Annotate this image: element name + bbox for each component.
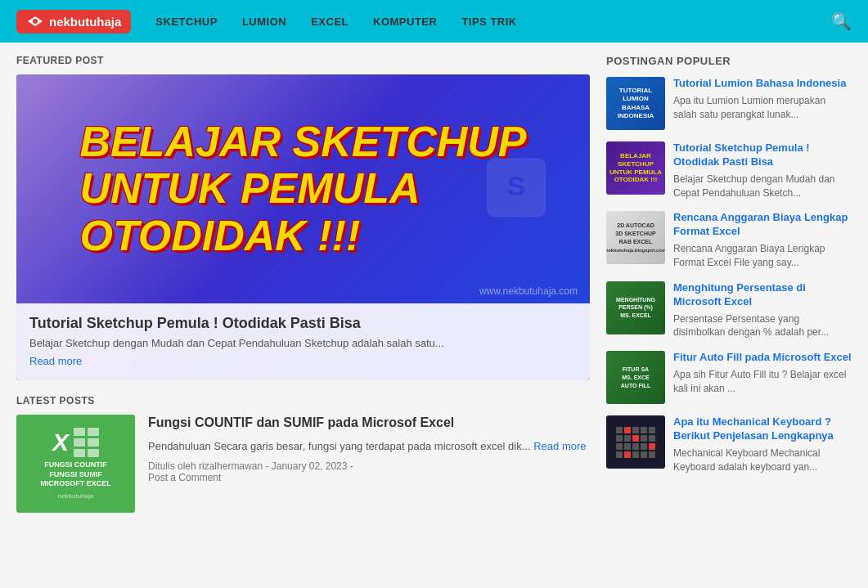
featured-bg-logo: S xyxy=(467,139,565,240)
post-meta: Ditulis oleh rizalhermawan - January 02,… xyxy=(148,460,587,483)
popular-title-rab[interactable]: Rencana Anggaran Biaya Lengkap Format Ex… xyxy=(673,211,852,239)
post-title[interactable]: Fungsi COUNTIF dan SUMIF pada Microsof E… xyxy=(148,415,587,432)
excel-x-icon: X xyxy=(52,429,69,456)
popular-thumb-lumion: TUTORIAL LUMIONBAHASA INDONESIA xyxy=(606,77,665,130)
popular-excerpt-autofill: Apa sih Fitur Auto Fill itu ? Belajar ex… xyxy=(673,368,852,396)
popular-excerpt-excel: Persentase Persentase yang disimbolkan d… xyxy=(673,312,852,340)
popular-info: Tutorial Lumion Bahasa Indonesia Apa itu… xyxy=(673,77,852,121)
featured-card[interactable]: BELAJAR SKETCHUP UNTUK PEMULA OTODIDAK !… xyxy=(16,74,590,380)
popular-title-lumion[interactable]: Tutorial Lumion Bahasa Indonesia xyxy=(673,77,852,91)
svg-point-0 xyxy=(33,19,38,24)
popular-item: TUTORIAL LUMIONBAHASA INDONESIA Tutorial… xyxy=(606,77,852,130)
post-thumbnail: X FUNGSI COUNTIFFUNGSI SUMIFMICROSOFT EX… xyxy=(16,415,135,513)
latest-post-card: X FUNGSI COUNTIFFUNGSI SUMIFMICROSOFT EX… xyxy=(16,415,590,513)
popular-item: MENGHITUNGPERSEN (%)MS. EXCEL Menghitung… xyxy=(606,281,852,339)
popular-item: Apa itu Mechanical Keyboard ? Berikut Pe… xyxy=(606,415,852,474)
nav-komputer[interactable]: KOMPUTER xyxy=(373,16,437,28)
popular-thumb-keyboard xyxy=(606,415,665,469)
svg-text:S: S xyxy=(507,171,525,201)
nav-excel[interactable]: EXCEL xyxy=(311,16,349,28)
popular-info: Fitur Auto Fill pada Microsoft Excel Apa… xyxy=(673,351,852,395)
popular-item: BELAJAR SKETCHUPUNTUK PEMULAOTODIDAK !!!… xyxy=(606,141,852,200)
popular-thumb-sketchup: BELAJAR SKETCHUPUNTUK PEMULAOTODIDAK !!! xyxy=(606,141,665,195)
popular-info: Menghitung Persentase di Microsoft Excel… xyxy=(673,281,852,339)
popular-item: FITUR SAMS. EXCEAUTO FILL Fitur Auto Fil… xyxy=(606,351,852,404)
featured-post-title[interactable]: Tutorial Sketchup Pemula ! Otodidak Past… xyxy=(29,315,577,332)
left-column: FEATURED POST BELAJAR SKETCHUP UNTUK PEM… xyxy=(16,55,590,526)
popular-item: 2D AUTOCAD3D SKETCHUPRAB EXCELnekbutuhaj… xyxy=(606,211,852,269)
featured-image-title: BELAJAR SKETCHUP UNTUK PEMULA OTODIDAK !… xyxy=(79,119,526,259)
right-sidebar: POSTINGAN POPULER TUTORIAL LUMIONBAHASA … xyxy=(606,55,852,526)
popular-excerpt-rab: Rencana Anggaran Biaya Lengkap Format Ex… xyxy=(673,242,852,270)
logo[interactable]: nekbutuhaja xyxy=(16,10,131,34)
header: nekbutuhaja SKETCHUP LUMION EXCEL KOMPUT… xyxy=(0,0,868,43)
main-container: FEATURED POST BELAJAR SKETCHUP UNTUK PEM… xyxy=(0,43,868,538)
popular-title-autofill[interactable]: Fitur Auto Fill pada Microsoft Excel xyxy=(673,351,852,365)
post-author[interactable]: rizalhermawan xyxy=(199,460,263,472)
popular-thumb-rab: 2D AUTOCAD3D SKETCHUPRAB EXCELnekbutuhaj… xyxy=(606,211,665,264)
popular-excerpt-sketchup: Belajar Sketchup dengan Mudah dan Cepat … xyxy=(673,173,852,200)
featured-watermark: www.nekbutuhaja.com xyxy=(479,285,578,297)
post-excerpt: Pendahuluan Secara garis besar, fungsi y… xyxy=(148,438,587,455)
post-comment-link[interactable]: Post a Comment xyxy=(148,472,221,483)
featured-read-more[interactable]: Read more xyxy=(29,355,82,367)
post-content: Fungsi COUNTIF dan SUMIF pada Microsof E… xyxy=(148,415,587,513)
popular-thumb-excel: MENGHITUNGPERSEN (%)MS. EXCEL xyxy=(606,281,665,334)
post-read-more[interactable]: Read more xyxy=(533,440,586,452)
featured-caption: Tutorial Sketchup Pemula ! Otodidak Past… xyxy=(16,303,590,380)
logo-icon xyxy=(26,15,44,28)
search-icon[interactable]: 🔍 xyxy=(831,11,852,31)
featured-image: BELAJAR SKETCHUP UNTUK PEMULA OTODIDAK !… xyxy=(16,74,590,303)
main-nav: SKETCHUP LUMION EXCEL KOMPUTER TIPS TRIK xyxy=(155,16,831,28)
popular-section-label: POSTINGAN POPULER xyxy=(606,55,852,67)
nav-lumion[interactable]: LUMION xyxy=(242,16,286,28)
popular-thumb-autofill: FITUR SAMS. EXCEAUTO FILL xyxy=(606,351,665,404)
popular-info: Rencana Anggaran Biaya Lengkap Format Ex… xyxy=(673,211,852,269)
featured-post-excerpt: Belajar Sketchup dengan Mudah dan Cepat … xyxy=(29,337,577,349)
popular-title-excel[interactable]: Menghitung Persentase di Microsoft Excel xyxy=(673,281,852,309)
featured-section-label: FEATURED POST xyxy=(16,55,590,66)
popular-excerpt-lumion: Apa itu Lumion Lumion merupakan salah sa… xyxy=(673,94,852,122)
popular-excerpt-keyboard: Mechanical Keyboard Mechanical Keyboard … xyxy=(673,447,852,474)
nav-sketchup[interactable]: SKETCHUP xyxy=(155,16,218,28)
keyboard-visual xyxy=(616,427,655,458)
popular-info: Apa itu Mechanical Keyboard ? Berikut Pe… xyxy=(673,415,852,474)
latest-section-label: LATEST POSTS xyxy=(16,395,590,406)
nav-tipstrik[interactable]: TIPS TRIK xyxy=(461,16,516,28)
popular-info: Tutorial Sketchup Pemula ! Otodidak Past… xyxy=(673,141,852,200)
popular-title-keyboard[interactable]: Apa itu Mechanical Keyboard ? Berikut Pe… xyxy=(673,415,852,443)
popular-title-sketchup[interactable]: Tutorial Sketchup Pemula ! Otodidak Past… xyxy=(673,141,852,169)
